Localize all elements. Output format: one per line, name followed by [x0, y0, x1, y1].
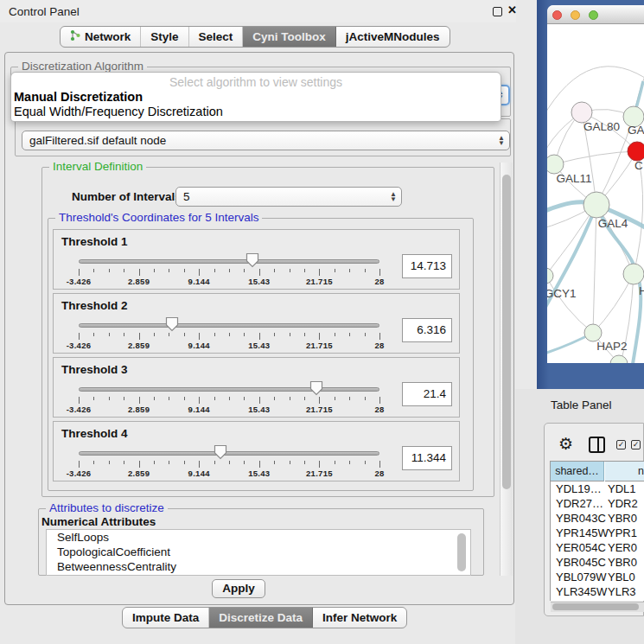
threshold-value-field[interactable]: 21.4 — [402, 382, 452, 406]
number-of-intervals-combo[interactable]: 5 ▲▼ — [175, 187, 402, 207]
table-row[interactable]: YDL19…YDL1 — [551, 481, 644, 496]
slider-tick-label: 21.715 — [306, 469, 333, 478]
checkbox-icon[interactable]: ✓ — [616, 440, 626, 450]
slider-tick — [214, 397, 215, 400]
attribute-item-betweennesscentrality[interactable]: BetweennessCentrality — [47, 559, 470, 574]
slider-tick — [139, 333, 140, 340]
table-row[interactable]: YIL052CYIL0 — [551, 599, 644, 601]
combo-spinner-icon: ▲▼ — [390, 188, 397, 206]
network-node-ha[interactable] — [623, 264, 644, 284]
mac-close-icon[interactable] — [552, 10, 562, 20]
slider-tick — [184, 269, 185, 272]
threshold-coordinates-group-title: Threshold's Coordinates for 5 Intervals — [55, 211, 262, 224]
cell-shared-name: YDL19… — [556, 481, 602, 496]
network-graph[interactable]: GAL80GAL8CGAL11GAL4GCY1HAHAP2 — [547, 24, 644, 363]
slider-tick — [304, 269, 305, 272]
tab-style[interactable]: Style — [141, 27, 188, 47]
tab-network[interactable]: Network — [61, 27, 141, 47]
slider-tick — [244, 269, 245, 272]
numerical-attributes-list[interactable]: SelfLoopsTopologicalCoefficientBetweenne… — [46, 529, 471, 576]
network-node-gcy1[interactable] — [547, 268, 553, 284]
network-node-label: HAP2 — [596, 340, 627, 353]
split-columns-icon[interactable] — [589, 437, 605, 453]
slider-tick — [93, 269, 94, 272]
slider-tick — [93, 397, 94, 400]
slider-tick — [154, 397, 155, 400]
tab-discretize-data[interactable]: Discretize Data — [209, 608, 313, 628]
network-node-c[interactable] — [628, 142, 644, 161]
network-view-window[interactable]: GAL80GAL8CGAL11GAL4GCY1HAHAP2 — [547, 5, 644, 363]
tab-infer-network[interactable]: Infer Network — [313, 608, 406, 628]
slider-tick — [244, 333, 245, 336]
slider-tick — [335, 397, 335, 400]
tab-jactivemnodules[interactable]: jActiveMNodules — [336, 27, 450, 47]
threshold-slider-track[interactable] — [79, 259, 379, 264]
apply-button[interactable]: Apply — [212, 579, 265, 598]
column-header-shared-name[interactable]: shared… — [551, 462, 604, 481]
panel-scrollbar-thumb[interactable] — [502, 175, 511, 489]
threshold-slider-thumb[interactable] — [245, 252, 259, 268]
tab-impute-data[interactable]: Impute Data — [123, 608, 209, 628]
network-node-hap2[interactable] — [584, 324, 602, 341]
threshold-value-field[interactable]: 11.344 — [402, 446, 452, 470]
slider-tick — [169, 333, 169, 336]
network-node-gal11[interactable] — [547, 155, 564, 174]
slider-tick — [259, 333, 260, 340]
table-row[interactable]: YER054CYER0 — [551, 540, 644, 555]
slider-tick — [139, 269, 140, 276]
slider-tick — [290, 397, 290, 400]
threshold-slider-track[interactable] — [79, 451, 379, 456]
threshold-value-field[interactable]: 6.316 — [402, 318, 452, 342]
threshold-slider-thumb[interactable] — [309, 380, 323, 396]
slider-tick-label: 2.859 — [128, 341, 150, 350]
slider-tick — [109, 333, 110, 336]
threshold-slider-track[interactable] — [79, 387, 379, 392]
attribute-item-selfloops[interactable]: SelfLoops — [47, 530, 470, 545]
table-row[interactable]: YBL079WYBL0 — [551, 570, 644, 584]
network-edge[interactable] — [554, 151, 637, 164]
attribute-item-topologicalcoefficient[interactable]: TopologicalCoefficient — [47, 545, 470, 559]
threshold-slider-thumb[interactable] — [165, 316, 179, 332]
mac-zoom-icon[interactable] — [589, 10, 598, 20]
network-edge[interactable] — [547, 276, 593, 333]
tab-cyni-toolbox[interactable]: Cyni Toolbox — [243, 27, 336, 47]
slider-tick — [244, 397, 245, 400]
slider-tick — [229, 333, 230, 336]
network-node-label: GAL4 — [598, 217, 628, 230]
table-row[interactable]: YDR27…YDR2 — [551, 496, 644, 511]
gear-icon[interactable]: ⚙ — [558, 434, 573, 454]
slider-tick-label: 28 — [374, 405, 384, 414]
table-hscrollbar-thumb[interactable] — [552, 603, 639, 610]
slider-tick — [274, 333, 275, 336]
checkbox-icon[interactable]: ✓ — [631, 440, 641, 450]
table-row[interactable]: YBR043CYBR0 — [551, 511, 644, 526]
network-node-gal4[interactable] — [583, 192, 609, 218]
float-window-icon[interactable] — [493, 7, 502, 16]
table-data-combo[interactable]: galFiltered.sif default node ▲▼ — [22, 131, 510, 150]
threshold-slider-thumb[interactable] — [214, 444, 227, 460]
network-window-titlebar[interactable] — [547, 5, 644, 24]
table-panel-title: Table Panel — [551, 399, 612, 411]
close-icon[interactable]: ✕ — [507, 3, 517, 16]
algorithm-option-manual-discretization[interactable]: Manual Discretization — [14, 90, 143, 104]
cell-name: YDL1 — [608, 481, 636, 496]
table-row[interactable]: YPR145WYPR1 — [551, 526, 644, 540]
slider-tick — [349, 269, 350, 272]
column-header-name[interactable]: na — [605, 462, 644, 481]
threshold-value-field[interactable]: 14.713 — [402, 254, 452, 278]
mac-minimize-icon[interactable] — [571, 10, 580, 20]
cell-shared-name: YBL079W — [556, 570, 607, 584]
threshold-slider-track[interactable] — [79, 323, 379, 328]
table-row[interactable]: YLR345WYLR3 — [551, 584, 644, 599]
network-edge-thick[interactable] — [547, 205, 596, 320]
tab-select[interactable]: Select — [189, 27, 244, 47]
tab-label: Cyni Toolbox — [252, 30, 326, 43]
attributes-scrollbar[interactable] — [457, 533, 466, 571]
cell-shared-name: YPR145W — [556, 526, 609, 540]
slider-tick — [229, 397, 230, 400]
network-edge[interactable] — [593, 205, 596, 333]
table-row[interactable]: YBR045CYBR0 — [551, 555, 644, 570]
table-rows: YDL19…YDL1YDR27…YDR2YBR043CYBR0YPR145WYP… — [551, 481, 644, 601]
algorithm-option-equal-width-frequency-discretization[interactable]: Equal Width/Frequency Discretization — [14, 105, 223, 118]
threshold-panel-threshold-2: Threshold 2-3.4262.8599.14415.4321.71528… — [53, 293, 460, 354]
